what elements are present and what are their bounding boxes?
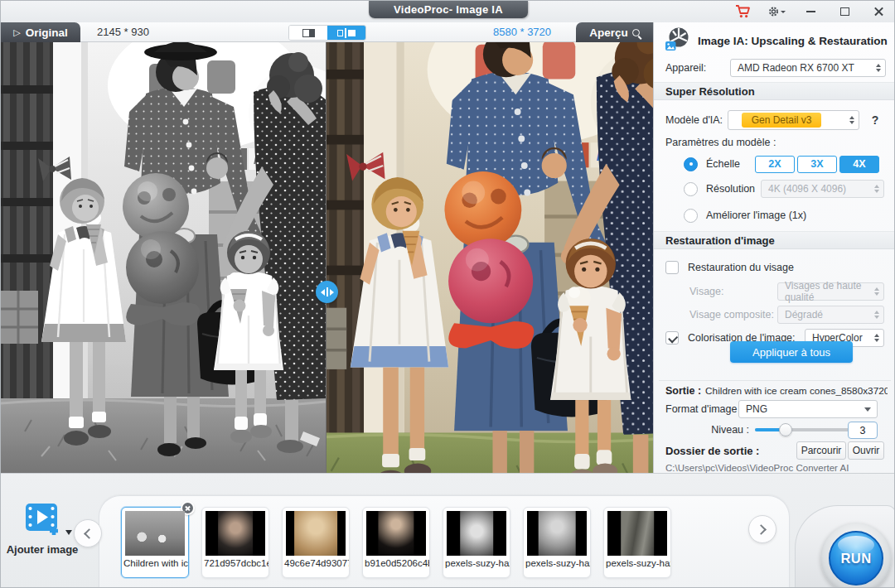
face-restore-label: Restauration du visage: [688, 262, 794, 273]
scale-label: Échelle: [706, 158, 740, 170]
model-select[interactable]: Gen Detail v3: [728, 110, 859, 130]
thumbnail-caption: 49c6e74d93077b: [283, 558, 349, 568]
thumbnail-caption: Children with ice: [122, 558, 188, 568]
face-composite-value: Dégradé: [785, 309, 823, 321]
compare-split-button[interactable]: [289, 26, 327, 40]
titlebar: VideoProc- Image IA: [1, 1, 895, 22]
thumbnail-item[interactable]: pexels-suzy-haze: [603, 507, 671, 578]
format-label: Format d'image :: [665, 403, 743, 415]
resolution-select[interactable]: 4K (4096 X 4096): [761, 180, 884, 198]
output-folder-label: Dossier de sortie :: [665, 445, 759, 457]
thumbnail-item[interactable]: pexels-suzy-haze: [443, 507, 510, 578]
output-label: Sortie :: [665, 385, 701, 397]
image-compare-area: [1, 42, 653, 473]
thumbnail-image: [125, 511, 185, 556]
thumbnail-image: [607, 511, 667, 556]
add-image-button[interactable]: Ajouter image: [1, 502, 84, 556]
help-button[interactable]: ?: [868, 113, 883, 127]
add-image-label: Ajouter image: [1, 543, 84, 556]
scroll-left-button[interactable]: [74, 519, 102, 547]
play-icon: ▷: [13, 27, 20, 38]
chevron-updown-icon: [874, 311, 879, 319]
scale-4x-button[interactable]: 4X: [839, 156, 879, 173]
chevron-updown-icon: [874, 334, 879, 342]
compare-mode-toggle: [288, 25, 366, 41]
compare-side-by-side-icon: [337, 28, 356, 38]
slider-handle-icon: [317, 289, 325, 296]
settings-panel: Image IA: Upscaling & Restauration Appar…: [653, 22, 895, 473]
model-badge: Gen Detail v3: [742, 113, 821, 128]
face-model-label: Visage:: [689, 286, 723, 297]
app-title: VideoProc- Image IA: [369, 1, 528, 18]
face-composite-label: Visage composite:: [689, 309, 774, 321]
browse-button[interactable]: Parcourir: [796, 441, 846, 460]
face-model-value: Visages de haute qualité: [785, 280, 867, 303]
gear-icon[interactable]: [767, 2, 786, 21]
resolution-value: 4K (4096 X 4096): [768, 183, 846, 195]
maximize-icon[interactable]: [835, 2, 854, 21]
section-restoration: Restauration d'image: [654, 231, 895, 249]
chevron-updown-icon: [874, 185, 879, 193]
original-image-pane: [1, 42, 327, 473]
scale-radio[interactable]: [684, 157, 698, 171]
close-icon[interactable]: [869, 2, 888, 21]
apply-to-all-button[interactable]: Appliquer à tous: [730, 341, 853, 363]
cart-icon[interactable]: [733, 2, 752, 21]
face-model-select[interactable]: Visages de haute qualité: [777, 282, 884, 301]
magnifier-icon: [632, 29, 640, 36]
thumbnail-item[interactable]: pexels-suzy-haze: [523, 507, 591, 578]
scroll-right-button[interactable]: [748, 515, 776, 543]
thumbnail-caption: b91e0d5206c4b8: [363, 558, 429, 568]
media-tray: Ajouter image Children with ice 721d957d…: [1, 473, 895, 588]
preview-button[interactable]: Aperçu: [576, 22, 653, 42]
add-image-caret-icon: [65, 530, 72, 538]
preview-toolbar: ▷ Original 2145 * 930 8580 * 3720 Aperçu: [1, 22, 653, 42]
thumbnail-item[interactable]: 721d957dcbc1ea: [201, 507, 269, 578]
device-value: AMD Radeon RX 6700 XT: [738, 62, 854, 74]
thumbnail-caption: pexels-suzy-haze: [604, 558, 670, 568]
compare-slider-handle[interactable]: [316, 281, 338, 303]
thumbnail-item[interactable]: 49c6e74d93077b: [282, 507, 350, 578]
chevron-updown-icon: [874, 287, 879, 296]
thumbnail-image: [447, 511, 506, 556]
chevron-updown-icon: [849, 116, 854, 124]
level-value-box[interactable]: 3: [848, 422, 878, 439]
app-title-text: VideoProc- Image IA: [394, 3, 503, 16]
thumbnail-item[interactable]: b91e0d5206c4b8: [362, 507, 430, 578]
compare-split-icon: [302, 29, 315, 37]
panel-divider: [659, 380, 891, 381]
output-path: C:\Users\pc\Videos\VideoProc Converter A…: [665, 463, 888, 473]
resolution-label: Résolution: [706, 183, 755, 195]
thumbnail-image: [527, 511, 587, 556]
thumbnail-list: Children with ice 721d957dcbc1ea 49c6e74…: [121, 507, 671, 578]
minimize-icon[interactable]: [801, 2, 820, 21]
compare-side-by-side-button[interactable]: [327, 26, 365, 40]
gear-caret-icon: [781, 11, 786, 16]
format-value: PNG: [746, 403, 767, 415]
thumbnail-caption: 721d957dcbc1ea: [202, 558, 268, 568]
chevron-left-icon: [84, 528, 94, 539]
scale-2x-button[interactable]: 2X: [755, 156, 795, 173]
model-params-label: Paramètres du modèle :: [665, 137, 776, 148]
face-composite-select[interactable]: Dégradé: [777, 306, 884, 324]
thumbnail-image: [206, 511, 265, 556]
scale-3x-button[interactable]: 3X: [797, 156, 837, 173]
chevron-right-icon: [756, 524, 767, 535]
aperture-logo-icon: [665, 27, 690, 55]
level-slider-thumb[interactable]: [779, 423, 792, 436]
thumbnail-image: [286, 511, 346, 556]
open-button[interactable]: Ouvrir: [848, 441, 884, 460]
device-select[interactable]: AMD Radeon RX 6700 XT: [730, 59, 886, 77]
enhance-radio[interactable]: [684, 209, 698, 223]
chevron-updown-icon: [876, 64, 881, 72]
format-select[interactable]: PNG: [738, 400, 878, 418]
face-restore-checkbox[interactable]: [665, 261, 679, 274]
thumbnail-item[interactable]: Children with ice: [121, 507, 189, 578]
resolution-radio[interactable]: [684, 182, 698, 196]
run-button[interactable]: RUN: [829, 531, 883, 586]
tab-original-label: Original: [26, 27, 68, 39]
panel-title: Image IA: Upscaling & Restauration: [698, 35, 888, 47]
colorize-checkbox[interactable]: [665, 331, 679, 345]
model-label: Modèle d'IA:: [665, 114, 723, 126]
tab-original[interactable]: ▷ Original: [1, 22, 80, 42]
